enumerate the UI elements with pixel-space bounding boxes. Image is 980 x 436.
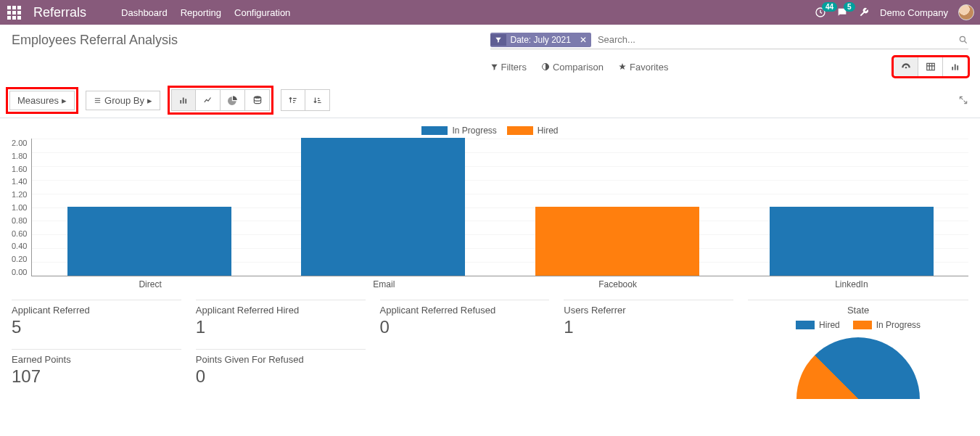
groupby-button[interactable]: Group By ▸ <box>86 91 160 110</box>
bar-chart-icon <box>178 95 189 105</box>
nav-reporting[interactable]: Reporting <box>181 7 221 18</box>
bar-group <box>734 139 968 276</box>
kpi-row: Applicant Referred 5 Earned Points 107 A… <box>0 289 980 399</box>
pie-chart-button[interactable] <box>221 89 245 111</box>
svg-point-1 <box>960 36 965 41</box>
state-title: State <box>748 305 968 316</box>
search-facet: Date: July 2021 ✕ <box>490 33 591 47</box>
debug-button[interactable] <box>858 7 870 18</box>
bar[interactable] <box>301 138 465 276</box>
gauge-icon <box>901 62 911 72</box>
facet-label: Date: July 2021 <box>506 33 575 47</box>
svg-rect-7 <box>957 65 958 70</box>
kpi-earned-points: Earned Points 107 <box>12 349 181 387</box>
state-pie-card: State Hired In Progress <box>748 300 968 399</box>
bar[interactable] <box>770 207 934 276</box>
y-axis: 2.001.801.601.401.201.000.800.600.400.20… <box>12 139 31 276</box>
dashboard-view-button[interactable] <box>894 57 918 76</box>
nav-dashboard[interactable]: Dashboard <box>121 7 168 18</box>
line-chart-button[interactable] <box>196 89 221 111</box>
bar[interactable] <box>67 207 231 276</box>
favorites-dropdown[interactable]: Favorites <box>618 57 668 77</box>
messages-badge: 5 <box>844 2 855 12</box>
svg-rect-8 <box>180 100 181 104</box>
svg-point-3 <box>905 67 906 68</box>
kpi-applicant-refused: Applicant Referred Refused 0 <box>380 300 550 337</box>
activity-button[interactable]: 44 <box>815 7 826 18</box>
company-switcher[interactable]: Demo Company <box>880 7 948 18</box>
pie-legend: Hired In Progress <box>748 320 968 330</box>
legend-item[interactable]: Hired <box>796 320 840 330</box>
facet-remove[interactable]: ✕ <box>575 33 591 47</box>
list-icon <box>94 96 102 104</box>
bar[interactable] <box>535 207 699 276</box>
x-tick: Direct <box>33 276 267 289</box>
filter-icon <box>490 34 506 46</box>
pie-chart-icon <box>228 95 238 105</box>
graph-view-button[interactable] <box>943 57 968 76</box>
user-avatar[interactable] <box>958 4 974 20</box>
brand-title[interactable]: Referrals <box>33 5 86 20</box>
activity-badge: 44 <box>822 2 837 12</box>
pie-chart <box>796 337 920 399</box>
messages-button[interactable]: 5 <box>836 7 848 18</box>
plot-area <box>31 139 968 276</box>
bar-chart-icon <box>950 62 960 72</box>
page-title: Employees Referral Analysis <box>12 33 490 48</box>
pivot-view-button[interactable] <box>918 57 943 76</box>
chart-type-group <box>169 87 272 113</box>
sort-desc-button[interactable] <box>305 89 330 111</box>
caret-right-icon: ▸ <box>62 95 67 106</box>
legend-item[interactable]: In Progress <box>853 320 921 330</box>
sort-desc-icon <box>313 95 323 105</box>
legend-item[interactable]: In Progress <box>421 126 496 136</box>
sort-asc-button[interactable] <box>281 89 305 111</box>
svg-rect-5 <box>952 67 953 70</box>
caret-right-icon: ▸ <box>147 95 152 106</box>
graph-toolbar: Measures ▸ Group By ▸ <box>0 80 980 118</box>
measures-button[interactable]: Measures ▸ <box>9 91 75 110</box>
view-switcher <box>893 57 968 77</box>
x-tick: LinkedIn <box>735 276 968 289</box>
apps-icon[interactable] <box>6 4 23 21</box>
bar-group <box>501 139 735 276</box>
measures-group: Measures ▸ <box>7 89 77 112</box>
search-input[interactable] <box>596 32 958 47</box>
bar-group <box>266 139 501 276</box>
database-icon <box>252 95 263 105</box>
nav-menu: Dashboard Reporting Configuration <box>121 7 290 18</box>
bar-group <box>32 139 266 276</box>
svg-rect-4 <box>926 63 934 70</box>
chart-legend: In Progress Hired <box>12 126 968 136</box>
nav-left: Referrals Dashboard Reporting Configurat… <box>6 4 290 21</box>
expand-button[interactable] <box>958 95 968 105</box>
nav-right: 44 5 Demo Company <box>815 4 974 20</box>
search-icon[interactable] <box>958 35 968 45</box>
comparison-dropdown[interactable]: Comparison <box>541 57 604 77</box>
bar-chart-button[interactable] <box>171 89 196 111</box>
kpi-applicant-hired: Applicant Referred Hired 1 <box>196 300 366 337</box>
control-panel: Employees Referral Analysis Date: July 2… <box>0 25 980 77</box>
bar-chart-panel: In Progress Hired 2.001.801.601.401.201.… <box>0 118 980 289</box>
nav-configuration[interactable]: Configuration <box>234 7 290 18</box>
top-navbar: Referrals Dashboard Reporting Configurat… <box>0 0 980 25</box>
x-tick: Email <box>267 276 501 289</box>
expand-icon <box>958 95 968 105</box>
sort-asc-icon <box>288 95 298 105</box>
svg-rect-6 <box>955 65 956 70</box>
svg-rect-9 <box>183 98 184 104</box>
svg-rect-10 <box>185 99 186 103</box>
star-icon <box>618 62 627 71</box>
table-icon <box>926 62 936 72</box>
search-bar[interactable]: Date: July 2021 ✕ <box>490 30 969 49</box>
kpi-points-refused: Points Given For Refused 0 <box>196 349 366 387</box>
legend-item[interactable]: Hired <box>507 126 559 136</box>
groupby-group: Group By ▸ <box>86 91 160 110</box>
kpi-users-referrer: Users Referrer 1 <box>564 300 733 337</box>
contrast-icon <box>541 62 550 71</box>
stacked-button[interactable] <box>245 89 270 111</box>
filter-icon <box>490 63 498 71</box>
line-chart-icon <box>203 95 213 105</box>
filters-dropdown[interactable]: Filters <box>490 57 527 77</box>
sort-group <box>281 89 330 111</box>
